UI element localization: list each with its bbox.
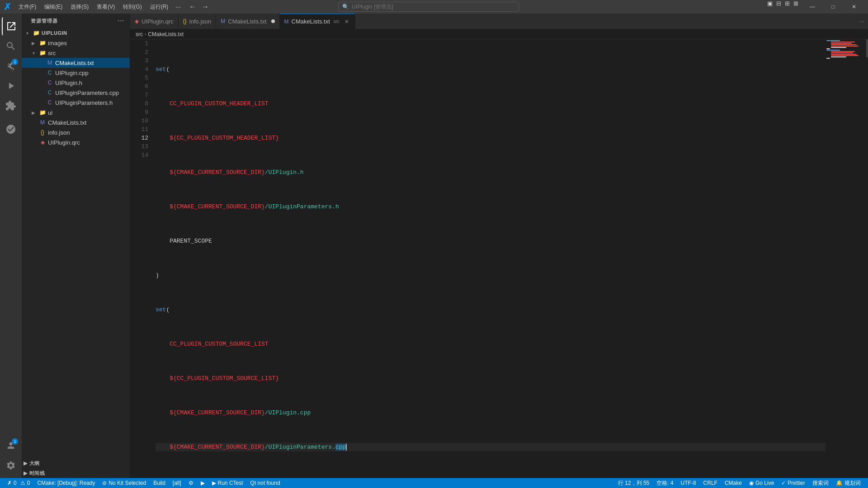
ln-13: 13 bbox=[130, 142, 148, 151]
status-qt-not-found[interactable]: Qt not found bbox=[247, 478, 284, 488]
breadcrumb-src[interactable]: src bbox=[136, 31, 143, 38]
code-editor[interactable]: set( CC_PLUGIN_CUSTOM_HEADER_LIST ${CC_P… bbox=[152, 39, 826, 478]
sidebar-item-images[interactable]: ▶ 📁 images bbox=[22, 38, 130, 48]
code-line-12: ${CMAKE_CURRENT_SOURCE_DIR}/UIPluginPara… bbox=[156, 443, 826, 451]
qrc-icon: ◈ bbox=[39, 139, 46, 146]
menu-view[interactable]: 查看(V) bbox=[93, 2, 118, 12]
main-layout: 1 1 资源管理器 ··· ▾ bbox=[0, 14, 868, 478]
activity-explorer[interactable] bbox=[2, 17, 20, 35]
activity-remote[interactable] bbox=[2, 120, 20, 138]
h-icon: C bbox=[46, 79, 53, 86]
tab-uiplugin-qrc[interactable]: ◈ UIPlugin.qrc bbox=[130, 14, 179, 29]
activity-bottom-icons: 1 bbox=[2, 436, 20, 478]
tab-cmakelists-src[interactable]: M CMakeLists.txt src ✕ bbox=[280, 14, 356, 29]
sidebar-item-uipluginparams-h[interactable]: C UIPluginParameters.h bbox=[22, 98, 130, 108]
sidebar-item-uiplugin-qrc[interactable]: ◈ UIPlugin.qrc bbox=[22, 137, 130, 147]
nav-back-button[interactable]: ← bbox=[187, 2, 198, 12]
tab-cmake-src-label: CMakeLists.txt bbox=[292, 18, 330, 25]
timeline-section-header[interactable]: ▶ 时间线 bbox=[22, 468, 130, 478]
sidebar-item-uiplugin-cpp[interactable]: C UIPlugin.cpp bbox=[22, 68, 130, 78]
menu-file[interactable]: 文件(F) bbox=[15, 2, 40, 12]
activity-run-debug[interactable] bbox=[2, 77, 20, 95]
activity-bar: 1 1 bbox=[0, 14, 22, 478]
status-go-live[interactable]: ◉ Go Live bbox=[745, 478, 778, 488]
status-settings-btn[interactable]: ⚙ bbox=[185, 478, 197, 488]
close-button[interactable]: ✕ bbox=[844, 0, 864, 14]
activity-settings[interactable] bbox=[2, 456, 20, 474]
build-text: Build bbox=[153, 480, 165, 486]
breadcrumb-file[interactable]: CMakeLists.txt bbox=[148, 31, 184, 38]
status-encoding[interactable]: UTF-8 bbox=[677, 478, 700, 488]
status-errors[interactable]: ✗ 0 ⚠ 0 bbox=[4, 478, 33, 488]
sidebar-item-info-json[interactable]: {} info.json bbox=[22, 127, 130, 137]
layout-icon-4[interactable]: ⊠ bbox=[793, 0, 798, 14]
activity-extensions[interactable] bbox=[2, 97, 20, 115]
status-line-col[interactable]: 行 12，列 55 bbox=[614, 478, 653, 488]
status-play-btn[interactable]: ▶ bbox=[197, 478, 208, 488]
code-line-10: ${CC_PLUGIN_CUSTOM_SOURCE_LIST} bbox=[156, 374, 826, 383]
status-line-ending[interactable]: CRLF bbox=[700, 478, 721, 488]
layout-icon-3[interactable]: ⊞ bbox=[785, 0, 790, 14]
ln-12: 12 bbox=[130, 134, 148, 142]
status-notifications[interactable]: 🔔 规划词 bbox=[832, 478, 864, 488]
tab-cmake-src-icon: M bbox=[284, 19, 289, 25]
vscode-logo: ✗ bbox=[4, 1, 11, 12]
scrollbar-thumb bbox=[866, 39, 868, 57]
status-build-all[interactable]: [all] bbox=[169, 478, 185, 488]
status-spaces[interactable]: 空格: 4 bbox=[653, 478, 677, 488]
error-count: 0 bbox=[14, 480, 17, 486]
no-kit-icon: ⊘ bbox=[102, 480, 107, 486]
menu-select[interactable]: 选择(S) bbox=[67, 2, 92, 12]
tab-json-label: info.json bbox=[189, 18, 211, 25]
titlebar: ✗ 文件(F) 编辑(E) 选择(S) 查看(V) 转到(G) 运行(R) ··… bbox=[0, 0, 868, 14]
menu-goto[interactable]: 转到(G) bbox=[119, 2, 145, 12]
status-build[interactable]: Build bbox=[150, 478, 169, 488]
activity-search[interactable] bbox=[2, 37, 20, 55]
status-cn-input[interactable]: 搜索词 bbox=[809, 478, 832, 488]
code-line-3: ${CC_PLUGIN_CUSTOM_HEADER_LIST} bbox=[156, 134, 826, 142]
sidebar-item-ui[interactable]: ▶ 📁 ui bbox=[22, 108, 130, 117]
sidebar-item-uiplugin-h[interactable]: C UIPlugin.h bbox=[22, 78, 130, 88]
sidebar-item-cmakelists-src[interactable]: M CMakeLists.txt bbox=[22, 58, 130, 68]
more-tabs-button[interactable]: ··· bbox=[855, 18, 868, 25]
root-folder-icon: 📁 bbox=[33, 29, 40, 37]
layout-icon-1[interactable]: ▣ bbox=[767, 0, 773, 14]
status-language[interactable]: CMake bbox=[721, 478, 745, 488]
menu-run[interactable]: 运行(R) bbox=[146, 2, 172, 12]
ln-2: 2 bbox=[130, 48, 148, 56]
search-input[interactable] bbox=[352, 4, 515, 10]
layout-icon-2[interactable]: ⊟ bbox=[776, 0, 781, 14]
tree-root[interactable]: ▾ 📁 UIPLUGIN bbox=[22, 28, 130, 38]
tab-info-json[interactable]: {} info.json bbox=[179, 14, 216, 29]
warning-icon: ⚠ bbox=[20, 480, 25, 486]
status-no-kit[interactable]: ⊘ No Kit Selected bbox=[99, 478, 150, 488]
sidebar-more-button[interactable]: ··· bbox=[118, 17, 124, 24]
editor-scrollbar[interactable] bbox=[862, 39, 868, 478]
nav-forward-button[interactable]: → bbox=[200, 2, 211, 12]
minimize-button[interactable]: — bbox=[802, 0, 823, 14]
tab-cmakelists-root[interactable]: M CMakeLists.txt bbox=[216, 14, 279, 29]
search-icon: 🔍 bbox=[342, 4, 349, 10]
editor-content[interactable]: 1 2 3 4 5 6 7 8 9 10 11 12 13 14 set( bbox=[130, 39, 868, 478]
restore-button[interactable]: □ bbox=[823, 0, 844, 14]
file-tree: ▾ 📁 UIPLUGIN ▶ 📁 images ▾ 📁 src M CMakeL… bbox=[22, 28, 130, 147]
minimap[interactable] bbox=[826, 39, 862, 478]
menu-edit[interactable]: 编辑(E) bbox=[41, 2, 66, 12]
activity-account[interactable]: 1 bbox=[2, 436, 20, 455]
code-line-7: ) bbox=[156, 271, 826, 280]
status-run-ctest[interactable]: ▶ Run CTest bbox=[208, 478, 247, 488]
status-prettier[interactable]: ✓ Prettier bbox=[778, 478, 809, 488]
h-label: UIPlugin.h bbox=[55, 80, 82, 86]
sidebar-item-uipluginparams-cpp[interactable]: C UIPluginParameters.cpp bbox=[22, 88, 130, 98]
status-bar: ✗ 0 ⚠ 0 CMake: [Debug]: Ready ⊘ No Kit S… bbox=[0, 478, 868, 488]
status-cmake[interactable]: CMake: [Debug]: Ready bbox=[33, 478, 99, 488]
activity-source-control[interactable]: 1 bbox=[2, 57, 20, 75]
menu-more[interactable]: ··· bbox=[173, 2, 184, 12]
ctest-play-icon: ▶ bbox=[212, 480, 216, 486]
sidebar-item-src[interactable]: ▾ 📁 src bbox=[22, 48, 130, 58]
search-bar[interactable]: 🔍 bbox=[338, 2, 519, 12]
outline-section-header[interactable]: ▶ 大纲 bbox=[22, 458, 130, 468]
tab-close-button[interactable]: ✕ bbox=[343, 18, 350, 25]
notifications-text: 规划词 bbox=[844, 479, 861, 487]
sidebar-item-cmakelists-root[interactable]: M CMakeLists.txt bbox=[22, 117, 130, 127]
